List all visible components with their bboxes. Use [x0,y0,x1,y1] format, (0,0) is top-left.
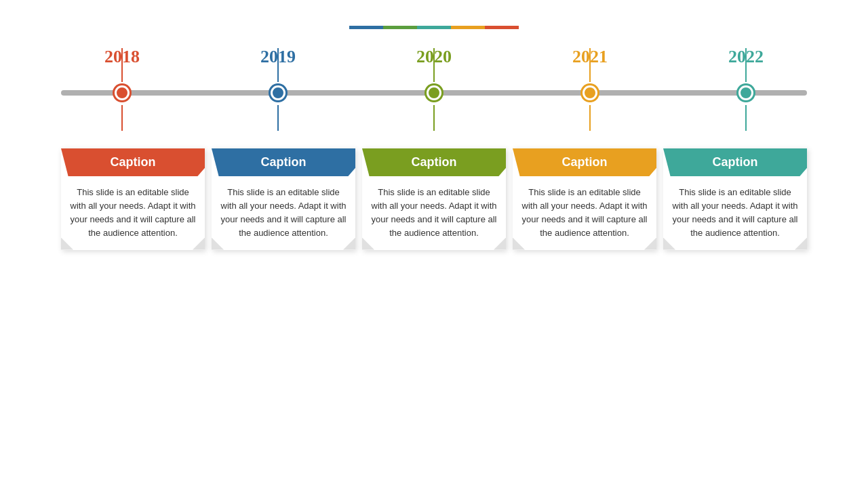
connector-below [121,105,123,131]
card-caption: Caption [713,155,758,169]
connector-above [589,48,591,82]
timeline-dot [271,85,285,100]
node-wrapper [529,85,651,100]
card-caption: Caption [562,155,608,169]
timeline-nodes [61,85,807,100]
card-header: Caption [212,148,355,176]
timeline-card: CaptionThis slide is an editable slide w… [212,148,355,250]
node-wrapper [685,85,807,100]
connector-above [121,48,123,82]
card-body: This slide is an editable slide with all… [663,176,807,250]
connector-below [433,105,435,131]
color-bar [349,26,519,29]
color-bar-segment [383,26,417,29]
timeline-area: 20182019202020212022 CaptionThis slide i… [41,48,827,474]
connector-below [277,105,279,131]
timeline-dot [738,85,753,100]
timeline-dot [427,85,441,100]
card-caption: Caption [412,155,457,169]
connector-above [277,48,279,82]
color-bar-segment [349,26,383,29]
cards-row: CaptionThis slide is an editable slide w… [41,148,827,250]
card-body: This slide is an editable slide with all… [513,176,656,250]
timeline-dot [583,85,597,100]
timeline-line-area [41,66,827,120]
connector-above [745,48,747,82]
card-body: This slide is an editable slide with all… [362,176,506,250]
card-header: Caption [61,148,205,176]
card-header: Caption [513,148,656,176]
timeline-card: CaptionThis slide is an editable slide w… [663,148,807,250]
card-caption: Caption [111,155,156,169]
card-header: Caption [362,148,506,176]
color-bar-segment [417,26,451,29]
color-bar-segment [451,26,485,29]
node-wrapper [373,85,495,100]
connector-above [433,48,435,82]
timeline-card: CaptionThis slide is an editable slide w… [513,148,656,250]
timeline-card: CaptionThis slide is an editable slide w… [362,148,506,250]
card-caption: Caption [261,155,307,169]
connector-below [745,105,747,131]
card-body: This slide is an editable slide with all… [212,176,355,250]
slide: 20182019202020212022 CaptionThis slide i… [0,0,868,488]
node-wrapper [217,85,339,100]
connector-below [589,105,591,131]
card-header: Caption [663,148,807,176]
node-wrapper [61,85,183,100]
color-bar-segment [485,26,519,29]
card-body: This slide is an editable slide with all… [61,176,205,250]
title-section [349,20,519,43]
timeline-card: CaptionThis slide is an editable slide w… [61,148,205,250]
timeline-dot [115,85,130,100]
